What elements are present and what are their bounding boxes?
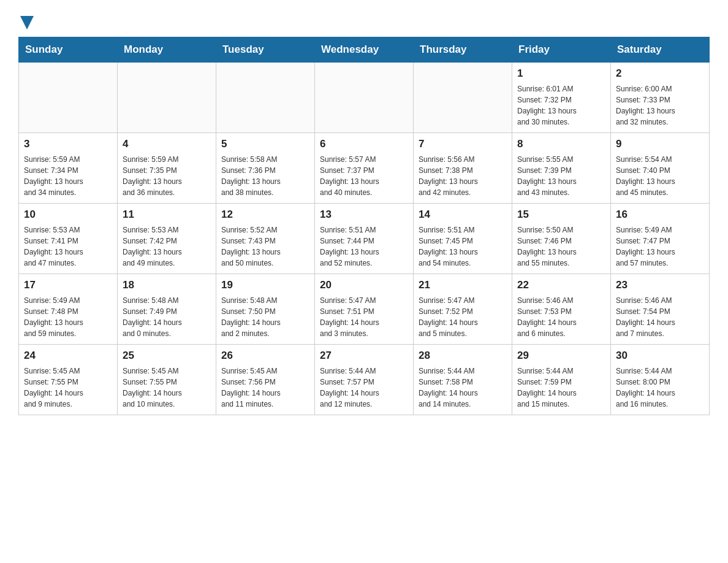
day-number: 10: [24, 207, 112, 223]
day-number: 2: [616, 66, 704, 82]
day-info: Sunrise: 5:59 AM Sunset: 7:35 PM Dayligh…: [123, 154, 211, 198]
day-number: 24: [24, 348, 112, 364]
calendar-cell: [19, 63, 118, 133]
calendar-cell: 1Sunrise: 6:01 AM Sunset: 7:32 PM Daylig…: [512, 63, 611, 133]
logo: [18, 12, 34, 27]
day-info: Sunrise: 5:46 AM Sunset: 7:54 PM Dayligh…: [616, 295, 704, 339]
day-number: 12: [221, 207, 309, 223]
day-number: 18: [123, 278, 211, 293]
week-row-2: 3Sunrise: 5:59 AM Sunset: 7:34 PM Daylig…: [19, 133, 710, 204]
day-info: Sunrise: 5:49 AM Sunset: 7:48 PM Dayligh…: [24, 295, 112, 339]
week-row-3: 10Sunrise: 5:53 AM Sunset: 7:41 PM Dayli…: [19, 204, 710, 274]
calendar-cell: 21Sunrise: 5:47 AM Sunset: 7:52 PM Dayli…: [414, 274, 512, 345]
day-number: 19: [221, 278, 309, 293]
calendar-cell: 25Sunrise: 5:45 AM Sunset: 7:55 PM Dayli…: [118, 345, 216, 415]
svg-marker-0: [20, 16, 34, 29]
day-number: 15: [517, 207, 605, 223]
day-number: 5: [221, 137, 309, 152]
day-info: Sunrise: 5:51 AM Sunset: 7:45 PM Dayligh…: [419, 224, 507, 269]
day-info: Sunrise: 6:00 AM Sunset: 7:33 PM Dayligh…: [616, 83, 704, 128]
week-row-1: 1Sunrise: 6:01 AM Sunset: 7:32 PM Daylig…: [19, 63, 710, 133]
day-info: Sunrise: 5:55 AM Sunset: 7:39 PM Dayligh…: [517, 154, 605, 198]
day-number: 21: [419, 278, 507, 293]
day-info: Sunrise: 5:47 AM Sunset: 7:51 PM Dayligh…: [320, 295, 408, 339]
calendar-cell: 22Sunrise: 5:46 AM Sunset: 7:53 PM Dayli…: [512, 274, 611, 345]
calendar-cell: 14Sunrise: 5:51 AM Sunset: 7:45 PM Dayli…: [414, 204, 512, 274]
calendar-header-wednesday: Wednesday: [315, 37, 414, 63]
calendar-cell: 19Sunrise: 5:48 AM Sunset: 7:50 PM Dayli…: [216, 274, 315, 345]
day-number: 3: [24, 137, 112, 152]
day-number: 16: [616, 207, 704, 223]
day-number: 14: [419, 207, 507, 223]
day-info: Sunrise: 5:44 AM Sunset: 7:59 PM Dayligh…: [517, 366, 605, 410]
day-number: 1: [517, 66, 605, 82]
calendar-cell: 4Sunrise: 5:59 AM Sunset: 7:35 PM Daylig…: [118, 133, 216, 204]
calendar-cell: 30Sunrise: 5:44 AM Sunset: 8:00 PM Dayli…: [611, 345, 710, 415]
calendar-header-monday: Monday: [118, 37, 216, 63]
day-number: 29: [517, 348, 605, 364]
calendar-cell: 12Sunrise: 5:52 AM Sunset: 7:43 PM Dayli…: [216, 204, 315, 274]
calendar-cell: 2Sunrise: 6:00 AM Sunset: 7:33 PM Daylig…: [611, 63, 710, 133]
calendar-cell: 10Sunrise: 5:53 AM Sunset: 7:41 PM Dayli…: [19, 204, 118, 274]
day-number: 30: [616, 348, 704, 364]
day-info: Sunrise: 5:48 AM Sunset: 7:49 PM Dayligh…: [123, 295, 211, 339]
calendar-cell: [315, 63, 414, 133]
day-info: Sunrise: 5:45 AM Sunset: 7:55 PM Dayligh…: [24, 366, 112, 410]
day-number: 6: [320, 137, 408, 152]
calendar-cell: 11Sunrise: 5:53 AM Sunset: 7:42 PM Dayli…: [118, 204, 216, 274]
day-number: 27: [320, 348, 408, 364]
day-info: Sunrise: 5:51 AM Sunset: 7:44 PM Dayligh…: [320, 224, 408, 269]
day-info: Sunrise: 5:44 AM Sunset: 7:58 PM Dayligh…: [419, 366, 507, 410]
calendar-header-sunday: Sunday: [19, 37, 118, 63]
day-info: Sunrise: 5:53 AM Sunset: 7:42 PM Dayligh…: [123, 224, 211, 269]
day-info: Sunrise: 5:52 AM Sunset: 7:43 PM Dayligh…: [221, 224, 309, 269]
calendar-header-row: SundayMondayTuesdayWednesdayThursdayFrid…: [19, 37, 710, 63]
page-header: [18, 12, 710, 27]
day-info: Sunrise: 5:48 AM Sunset: 7:50 PM Dayligh…: [221, 295, 309, 339]
calendar-cell: 28Sunrise: 5:44 AM Sunset: 7:58 PM Dayli…: [414, 345, 512, 415]
day-number: 4: [123, 137, 211, 152]
calendar-header-tuesday: Tuesday: [216, 37, 315, 63]
calendar-cell: [118, 63, 216, 133]
calendar-header-friday: Friday: [512, 37, 611, 63]
logo-arrow-icon: [20, 16, 34, 29]
day-number: 11: [123, 207, 211, 223]
day-info: Sunrise: 5:50 AM Sunset: 7:46 PM Dayligh…: [517, 224, 605, 269]
day-info: Sunrise: 5:54 AM Sunset: 7:40 PM Dayligh…: [616, 154, 704, 198]
calendar-cell: [216, 63, 315, 133]
day-number: 17: [24, 278, 112, 293]
calendar-header-saturday: Saturday: [611, 37, 710, 63]
day-number: 9: [616, 137, 704, 152]
calendar-cell: 20Sunrise: 5:47 AM Sunset: 7:51 PM Dayli…: [315, 274, 414, 345]
calendar-cell: 24Sunrise: 5:45 AM Sunset: 7:55 PM Dayli…: [19, 345, 118, 415]
calendar-cell: 26Sunrise: 5:45 AM Sunset: 7:56 PM Dayli…: [216, 345, 315, 415]
day-number: 13: [320, 207, 408, 223]
calendar-cell: 8Sunrise: 5:55 AM Sunset: 7:39 PM Daylig…: [512, 133, 611, 204]
calendar-cell: 7Sunrise: 5:56 AM Sunset: 7:38 PM Daylig…: [414, 133, 512, 204]
day-number: 25: [123, 348, 211, 364]
day-number: 22: [517, 278, 605, 293]
day-number: 8: [517, 137, 605, 152]
day-info: Sunrise: 5:59 AM Sunset: 7:34 PM Dayligh…: [24, 154, 112, 198]
calendar-cell: 23Sunrise: 5:46 AM Sunset: 7:54 PM Dayli…: [611, 274, 710, 345]
day-info: Sunrise: 5:44 AM Sunset: 7:57 PM Dayligh…: [320, 366, 408, 410]
calendar-cell: 29Sunrise: 5:44 AM Sunset: 7:59 PM Dayli…: [512, 345, 611, 415]
calendar-cell: 3Sunrise: 5:59 AM Sunset: 7:34 PM Daylig…: [19, 133, 118, 204]
week-row-5: 24Sunrise: 5:45 AM Sunset: 7:55 PM Dayli…: [19, 345, 710, 415]
day-info: Sunrise: 5:49 AM Sunset: 7:47 PM Dayligh…: [616, 224, 704, 269]
calendar-cell: 16Sunrise: 5:49 AM Sunset: 7:47 PM Dayli…: [611, 204, 710, 274]
calendar-cell: 5Sunrise: 5:58 AM Sunset: 7:36 PM Daylig…: [216, 133, 315, 204]
calendar-cell: 15Sunrise: 5:50 AM Sunset: 7:46 PM Dayli…: [512, 204, 611, 274]
day-info: Sunrise: 5:56 AM Sunset: 7:38 PM Dayligh…: [419, 154, 507, 198]
day-info: Sunrise: 5:45 AM Sunset: 7:56 PM Dayligh…: [221, 366, 309, 410]
calendar-cell: 13Sunrise: 5:51 AM Sunset: 7:44 PM Dayli…: [315, 204, 414, 274]
calendar-cell: 17Sunrise: 5:49 AM Sunset: 7:48 PM Dayli…: [19, 274, 118, 345]
calendar-table: SundayMondayTuesdayWednesdayThursdayFrid…: [18, 37, 710, 415]
calendar-cell: [414, 63, 512, 133]
day-info: Sunrise: 5:44 AM Sunset: 8:00 PM Dayligh…: [616, 366, 704, 410]
calendar-cell: 18Sunrise: 5:48 AM Sunset: 7:49 PM Dayli…: [118, 274, 216, 345]
calendar-cell: 9Sunrise: 5:54 AM Sunset: 7:40 PM Daylig…: [611, 133, 710, 204]
day-info: Sunrise: 5:46 AM Sunset: 7:53 PM Dayligh…: [517, 295, 605, 339]
day-info: Sunrise: 5:47 AM Sunset: 7:52 PM Dayligh…: [419, 295, 507, 339]
calendar-header-thursday: Thursday: [414, 37, 512, 63]
